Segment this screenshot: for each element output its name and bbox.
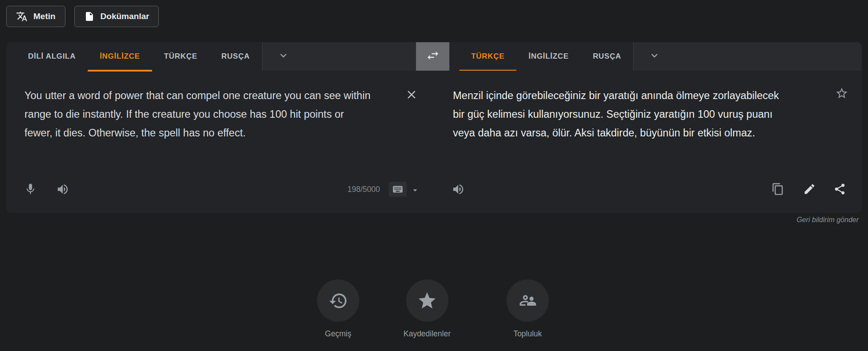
tab-source-english[interactable]: İNGİLİZCE [88, 42, 152, 71]
tab-source-turkish[interactable]: TÜRKÇE [152, 42, 210, 71]
edit-pencil-icon [803, 183, 816, 195]
text-mode-button[interactable]: Metin [6, 6, 65, 27]
speaker-icon [56, 183, 69, 196]
more-source-languages-button[interactable] [262, 42, 416, 71]
virtual-keyboard-button[interactable] [389, 182, 407, 197]
send-feedback-link[interactable]: Geri bildirim gönder [796, 216, 859, 224]
swap-languages-button[interactable] [416, 42, 449, 71]
tab-target-english[interactable]: İNGİLİZCE [517, 42, 581, 71]
clear-source-button[interactable] [405, 88, 418, 101]
close-icon [405, 88, 418, 101]
community-button[interactable]: Topluluk [507, 279, 549, 339]
copy-translation-button[interactable] [771, 183, 784, 195]
keyboard-icon [392, 183, 404, 195]
documents-mode-button[interactable]: Dokümanlar [74, 6, 159, 27]
source-language-bar: DİLİ ALGILA İNGİLİZCE TÜRKÇE RUSÇA [6, 42, 416, 71]
tab-target-turkish[interactable]: TÜRKÇE [459, 42, 517, 71]
translation-output[interactable]: Menzil içinde görebileceğiniz bir yaratı… [453, 86, 784, 142]
star-icon [417, 291, 437, 311]
keyboard-dropdown-button[interactable] [410, 185, 420, 195]
tab-source-russian[interactable]: RUSÇA [210, 42, 262, 71]
saved-label: Kaydedilenler [404, 329, 451, 339]
share-icon [833, 183, 846, 195]
share-translation-button[interactable] [833, 183, 846, 195]
listen-translation-button[interactable] [452, 183, 465, 196]
star-outline-icon [835, 87, 848, 100]
history-label: Geçmiş [317, 329, 359, 339]
mic-icon [24, 183, 37, 195]
suggest-edit-button[interactable] [803, 183, 816, 195]
community-icon [518, 291, 537, 311]
target-language-bar: TÜRKÇE İNGİLİZCE RUSÇA [449, 42, 862, 71]
history-button[interactable]: Geçmiş [317, 279, 359, 339]
arrow-drop-down-icon [410, 185, 420, 195]
saved-button[interactable]: Kaydedilenler [404, 279, 451, 339]
community-label: Topluluk [507, 329, 549, 339]
mode-switcher: Metin Dokümanlar [6, 6, 159, 27]
language-bar: DİLİ ALGILA İNGİLİZCE TÜRKÇE RUSÇA TÜRKÇ… [6, 42, 862, 71]
documents-mode-label: Dokümanlar [101, 12, 149, 21]
swap-arrows-icon [426, 48, 440, 64]
document-icon [84, 11, 95, 22]
save-translation-button[interactable] [835, 87, 848, 100]
chevron-down-icon [648, 49, 661, 64]
char-counter: 198/5000 [322, 185, 380, 194]
source-text-input[interactable]: You utter a word of power that can compe… [24, 86, 371, 142]
more-target-languages-button[interactable] [634, 42, 862, 71]
copy-icon [771, 183, 784, 195]
chevron-down-icon [277, 49, 290, 64]
tab-detect-language[interactable]: DİLİ ALGILA [16, 42, 88, 71]
tab-target-russian[interactable]: RUSÇA [581, 42, 633, 71]
translate-icon [16, 11, 28, 22]
speaker-icon [452, 183, 465, 196]
text-mode-label: Metin [33, 12, 56, 21]
listen-source-button[interactable] [56, 183, 69, 196]
translate-card: DİLİ ALGILA İNGİLİZCE TÜRKÇE RUSÇA TÜRKÇ… [6, 42, 862, 213]
mic-button[interactable] [24, 183, 37, 195]
history-icon [328, 291, 348, 311]
